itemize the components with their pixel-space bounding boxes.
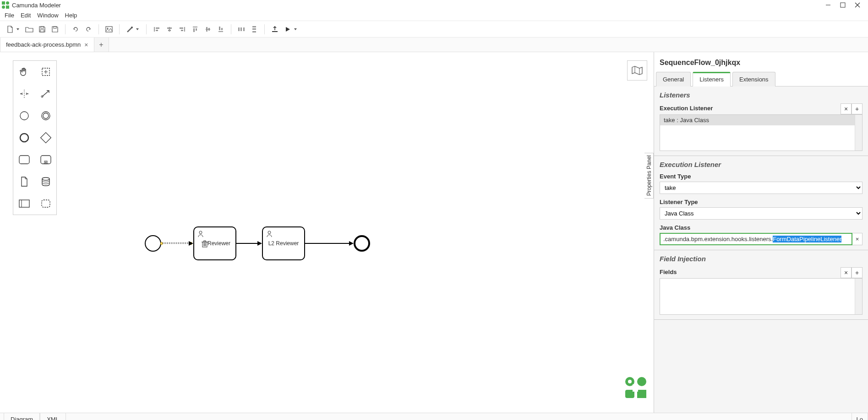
svg-rect-48 (40, 133, 51, 143)
participant-tool[interactable] (13, 193, 35, 215)
global-connect-tool[interactable] (35, 83, 56, 105)
user-icon (197, 230, 204, 237)
section-execution-listener: Execution Listener Event Type take Liste… (654, 156, 868, 250)
titlebar: Camunda Modeler (0, 0, 868, 10)
menu-window[interactable]: Window (37, 12, 58, 19)
palette (13, 60, 57, 215)
align-center-button[interactable] (164, 24, 175, 35)
color-button[interactable] (124, 24, 135, 35)
lasso-tool[interactable] (35, 61, 56, 83)
hand-tool[interactable] (13, 61, 35, 83)
dataobject-tool[interactable] (13, 171, 35, 193)
gateway-tool[interactable] (35, 127, 56, 149)
svg-rect-20 (184, 27, 185, 32)
start-event[interactable] (145, 235, 161, 252)
open-button[interactable] (24, 24, 35, 35)
end-event[interactable] (354, 235, 370, 252)
subprocess-tool[interactable] (35, 149, 56, 171)
log-button[interactable]: Lo (852, 413, 868, 420)
menu-file[interactable]: File (5, 12, 14, 19)
sequence-flow-selected[interactable] (162, 242, 191, 244)
user-icon (266, 230, 273, 237)
save-button[interactable] (37, 24, 48, 35)
minimize-button[interactable] (825, 2, 831, 8)
xml-tab[interactable]: XML (40, 413, 66, 420)
clear-java-class-button[interactable]: × (852, 233, 863, 245)
svg-rect-24 (193, 28, 195, 32)
tab-general[interactable]: General (656, 72, 691, 86)
listener-item[interactable]: take : Java Class (660, 115, 862, 125)
svg-point-44 (20, 112, 28, 120)
start-event-tool[interactable] (13, 105, 35, 127)
svg-rect-18 (167, 27, 172, 29)
svg-rect-33 (240, 27, 242, 31)
align-top-button[interactable] (190, 24, 201, 35)
align-left-button[interactable] (151, 24, 162, 35)
new-tab-button[interactable]: + (94, 38, 109, 52)
svg-point-60 (199, 231, 202, 234)
listener-type-select[interactable]: Java Class (660, 207, 863, 220)
section-listeners: Listeners Execution Listener × + take : … (654, 86, 868, 156)
java-class-label: Java Class (660, 224, 863, 231)
close-button[interactable] (854, 2, 861, 8)
minimap-button[interactable] (627, 60, 647, 81)
svg-rect-3 (6, 5, 9, 9)
add-field-button[interactable]: + (852, 267, 863, 278)
space-tool[interactable] (13, 83, 35, 105)
diagram-tab[interactable]: Diagram (4, 413, 40, 420)
fields-list[interactable] (660, 278, 863, 315)
new-file-button[interactable] (5, 24, 16, 35)
event-type-select[interactable]: take (660, 182, 863, 194)
listener-type-label: Listener Type (660, 199, 863, 205)
remove-field-button[interactable]: × (841, 267, 852, 278)
menu-edit[interactable]: Edit (21, 12, 31, 19)
scrollbar[interactable] (855, 115, 862, 151)
add-listener-button[interactable]: + (852, 103, 863, 114)
dist-vertical-button[interactable] (249, 24, 260, 35)
svg-rect-15 (156, 27, 159, 29)
canvas[interactable]: Reviewer L2 Reviewer Properties Panel (0, 52, 654, 413)
task-l2-reviewer[interactable]: L2 Reviewer (262, 226, 305, 260)
redo-button[interactable] (83, 24, 94, 35)
run-button[interactable] (282, 24, 293, 35)
deploy-button[interactable] (269, 24, 280, 35)
align-middle-button[interactable] (202, 24, 213, 35)
listener-list[interactable]: take : Java Class (660, 114, 863, 151)
sequence-flow[interactable] (236, 243, 259, 244)
tab-label: feedback-ack-process.bpmn (6, 41, 81, 48)
align-right-button[interactable] (177, 24, 188, 35)
tab-extensions[interactable]: Extensions (732, 72, 775, 86)
save-as-button[interactable] (49, 24, 60, 35)
image-button[interactable] (104, 24, 115, 35)
intermediate-event-tool[interactable] (35, 105, 56, 127)
svg-rect-0 (2, 1, 5, 5)
tab-close-icon[interactable]: × (84, 41, 88, 48)
end-event-tool[interactable] (13, 127, 35, 149)
task-reviewer[interactable]: Reviewer (193, 226, 236, 260)
props-panel-toggle[interactable]: Properties Panel (644, 153, 654, 199)
group-tool[interactable] (35, 193, 56, 215)
tab-listeners[interactable]: Listeners (693, 72, 731, 86)
maximize-button[interactable] (840, 2, 846, 8)
fields-label: Fields (660, 269, 841, 275)
java-class-input[interactable]: .camunda.bpm.extension.hooks.listeners.F… (660, 233, 852, 245)
sequence-flow[interactable] (305, 243, 351, 244)
scrollbar[interactable] (855, 279, 862, 314)
svg-point-12 (107, 27, 109, 29)
svg-rect-16 (156, 30, 158, 31)
task-label: Reviewer (207, 240, 230, 247)
menu-help[interactable]: Help (65, 12, 77, 19)
section-title: Listeners (660, 91, 863, 99)
svg-rect-14 (154, 27, 155, 32)
remove-listener-button[interactable]: × (841, 103, 852, 114)
file-tab[interactable]: feedback-ack-process.bpmn × (0, 38, 94, 52)
task-tool[interactable] (13, 149, 35, 171)
svg-rect-49 (19, 156, 29, 164)
svg-rect-29 (218, 31, 223, 32)
align-bottom-button[interactable] (215, 24, 226, 35)
datastore-tool[interactable] (35, 171, 56, 193)
svg-point-46 (43, 113, 49, 118)
undo-button[interactable] (70, 24, 81, 35)
trash-icon (202, 240, 208, 248)
dist-horizontal-button[interactable] (236, 24, 247, 35)
